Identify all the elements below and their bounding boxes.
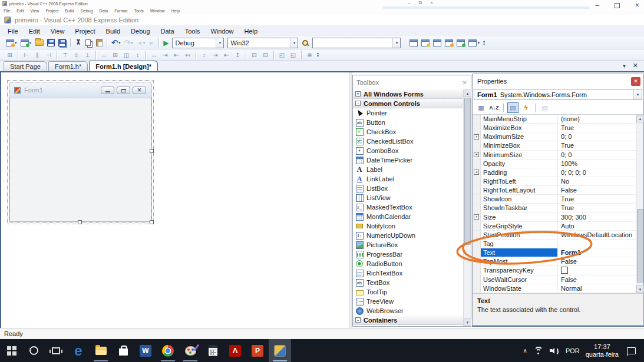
collapse-icon[interactable]: - [355,101,361,106]
property-value[interactable]: True [558,141,636,150]
expand-icon[interactable]: + [355,91,361,97]
new-project-button[interactable]: ▾ [5,37,18,48]
edge-icon[interactable]: e [67,339,90,362]
property-row-text[interactable]: TextForm1 [473,248,636,257]
decrease-vertical-spacing-icon[interactable]: ⇤ [222,51,232,59]
property-value[interactable]: True [558,124,636,132]
copy-button[interactable] [84,37,94,48]
property-row-size[interactable]: +Size300; 300 [473,213,636,222]
toolbox-item-checkedlistbox[interactable]: ✓CheckedListBox [353,137,463,146]
find-combo[interactable]: ▾ [312,38,401,48]
calculator-icon[interactable] [202,339,224,362]
increase-horizontal-spacing-icon[interactable]: ⇥ [160,51,170,59]
resize-handle-right[interactable] [150,149,154,153]
minimize-icon[interactable]: – [595,1,599,9]
property-value[interactable]: Form1 [558,248,636,257]
property-row-righttoleft[interactable]: RightToLeftNo [473,177,636,186]
properties-scrollbar[interactable]: ▴ ▾ [636,115,643,293]
scroll-up-icon[interactable]: ▴ [636,115,644,122]
menu-item-file[interactable]: File [2,26,24,36]
menu-item-tools[interactable]: Tools [180,26,206,36]
toolbox-item-monthcalendar[interactable]: MonthCalendar [353,212,463,221]
mini-menu-item-window[interactable]: Window [150,9,165,13]
cortana-button[interactable] [22,339,45,362]
property-row-maximizebox[interactable]: MaximizeBoxTrue [473,124,636,132]
layout-toolbar-options-button[interactable]: ▾▾ [317,52,319,57]
toolbox-item-richtextbox[interactable]: RichTextBox [353,268,463,278]
toolbox-item-notifyicon[interactable]: NotifyIcon [353,221,463,231]
clock[interactable]: 17:37 quarta-feira [586,343,619,358]
redo-button[interactable]: ↷▾ [123,37,134,48]
toolbox-item-label[interactable]: ALabel [353,165,463,174]
property-value[interactable]: 100% [558,160,636,168]
toolbox-item-radiobutton[interactable]: RadioButton [353,259,463,268]
expand-icon[interactable]: + [474,170,479,175]
volume-icon[interactable] [550,347,560,354]
property-row-mainmenustrip[interactable]: MainMenuStrip(none) [473,115,636,124]
toolbox-item-numericupdown[interactable]: 1↕NumericUpDown [353,231,463,240]
navigate-forward-button[interactable]: ► [147,37,156,48]
mini-menu-item-file[interactable]: File [4,9,10,13]
toolbox-section-all-windows-forms[interactable]: +All Windows Forms [353,89,463,99]
chevron-down-icon[interactable]: ▾ [392,38,400,48]
mini-menu-item-debug[interactable]: Debug [81,9,93,13]
other-windows-button[interactable]: ▾ [467,37,481,48]
toolbox-item-picturebox[interactable]: PictureBox [353,240,463,250]
categorized-icon[interactable]: ▦ [475,102,487,113]
mini-menu-item-edit[interactable]: Edit [16,9,24,13]
toolbox-item-textbox[interactable]: abTextBox [353,278,463,287]
start-debugging-button[interactable]: ▶ [162,37,170,48]
wifi-icon[interactable] [533,347,544,355]
property-row-tag[interactable]: Tag [473,240,636,248]
toolbox-item-pointer[interactable]: Pointer [353,108,463,118]
align-centers-icon[interactable]: ∥ [32,51,42,59]
chevron-down-icon[interactable]: ▾ [290,38,298,48]
toolbox-item-progressbar[interactable]: ProgressBar [353,250,463,259]
panel-splitter[interactable] [349,72,352,328]
menu-item-data[interactable]: Data [156,26,180,36]
toolbox-item-maskedtextbox[interactable]: #_MaskedTextBox [353,202,463,212]
make-same-height-icon[interactable]: ↕ [133,51,143,59]
designed-form[interactable]: Form1 ✕ [9,82,152,222]
visual-studio-icon[interactable] [269,339,291,362]
make-same-width-icon[interactable]: ↔ [99,51,109,59]
property-value[interactable]: WindowsDefaultLocation [558,231,636,239]
property-value[interactable]: True [558,204,636,212]
property-value[interactable]: 0; 0 [558,132,636,141]
toolbox-scrollbar[interactable]: ▴ ▾ [463,89,471,326]
tab-form1-h-[interactable]: Form1.h* [48,61,88,71]
toolbox-item-linklabel[interactable]: ALinkLabel [353,174,463,184]
object-selector-combo[interactable]: Form1 System.Windows.Forms.Form ▾ [474,89,642,100]
property-row-topmost[interactable]: TopMostFalse [473,257,636,266]
property-value[interactable]: 300; 300 [558,213,636,221]
mini-minimize-icon[interactable]: – [408,0,410,6]
property-row-sizegripstyle[interactable]: SizeGripStyleAuto [473,222,636,231]
menu-item-help[interactable]: Help [239,26,263,36]
align-lefts-icon[interactable]: ⊢ [21,51,31,59]
property-value[interactable]: False [558,275,636,284]
properties-close-icon[interactable]: ✕ [631,77,640,86]
bring-to-front-icon[interactable]: ◰ [277,51,287,59]
property-row-righttoleftlayout[interactable]: RightToLeftLayoutFalse [473,186,636,195]
toolbox-item-combobox[interactable]: ▾ComboBox [353,146,463,155]
scroll-down-icon[interactable]: ▾ [636,285,644,293]
property-row-minimumsize[interactable]: +MinimumSize0; 0 [473,151,636,160]
scrollbar-thumb[interactable] [464,98,471,245]
events-icon[interactable]: ϟ [520,102,531,113]
align-middles-icon[interactable]: ≡ [71,51,81,59]
decrease-horizontal-spacing-icon[interactable]: ⇤ [171,51,181,59]
property-value[interactable]: False [558,257,636,265]
toolbox-item-button[interactable]: abButton [353,118,463,127]
acrobat-icon[interactable]: Λ [224,339,246,362]
resize-handle-bottom-right[interactable] [150,220,154,224]
mini-restore-icon[interactable]: ⧉ [418,0,422,6]
navigate-back-button[interactable]: ◄▾ [136,37,146,48]
remove-vertical-spacing-icon[interactable]: ↥ [233,51,243,59]
align-tops-icon[interactable]: ⊤ [60,51,70,59]
resize-handle-bottom[interactable] [78,220,82,224]
property-row-usewaitcursor[interactable]: UseWaitCursorFalse [473,275,636,284]
property-value[interactable]: 0; 0 [558,151,636,159]
property-value[interactable] [558,266,636,274]
make-horizontal-spacing-equal-icon[interactable]: ↔ [149,51,159,59]
send-to-back-icon[interactable]: ◱ [288,51,298,59]
